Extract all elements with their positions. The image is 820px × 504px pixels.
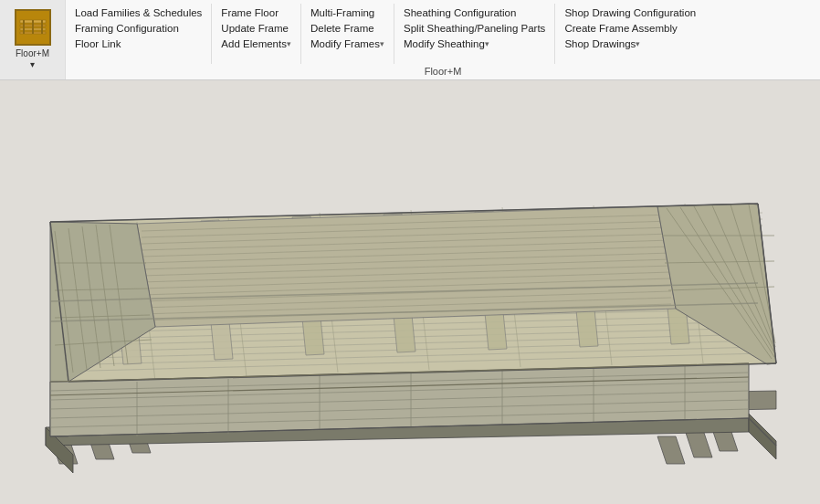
ribbon-section-2: Frame Floor Update Frame Add Elements: [212, 4, 301, 64]
svg-rect-6: [41, 20, 43, 34]
split-sheathing-button[interactable]: Split Sheathing/Paneling Parts: [400, 21, 549, 36]
frame-floor-button[interactable]: Frame Floor: [217, 5, 295, 20]
ribbon-sections: Load Families & Schedules Framing Config…: [66, 0, 820, 64]
svg-rect-4: [23, 20, 25, 34]
ribbon-tab-label: Floor+M: [66, 64, 820, 79]
ribbon-section-4: Sheathing Configuration Split Sheathing/…: [394, 4, 555, 64]
modify-sheathing-button[interactable]: Modify Sheathing: [400, 37, 549, 51]
ribbon-section-1: Load Families & Schedules Framing Config…: [66, 4, 212, 64]
sheathing-config-button[interactable]: Sheathing Configuration: [400, 5, 549, 20]
update-frame-button[interactable]: Update Frame: [217, 21, 295, 36]
create-frame-assembly-button[interactable]: Create Frame Assembly: [561, 21, 699, 36]
svg-rect-5: [32, 20, 34, 34]
viewport-3d[interactable]: [0, 80, 820, 504]
building-svg: [0, 80, 820, 504]
app-button[interactable]: Floor+M ▾: [0, 0, 66, 79]
app-label: Floor+M ▾: [16, 48, 49, 70]
multi-framing-button[interactable]: Multi-Framing: [307, 5, 388, 20]
app-icon: [15, 9, 51, 46]
shop-drawings-button[interactable]: Shop Drawings: [561, 37, 699, 51]
floor-link-button[interactable]: Floor Link: [71, 37, 205, 51]
ribbon-section-3: Multi-Framing Delete Frame Modify Frames: [301, 4, 394, 64]
modify-frames-button[interactable]: Modify Frames: [307, 37, 388, 51]
load-families-button[interactable]: Load Families & Schedules: [71, 5, 205, 20]
add-elements-button[interactable]: Add Elements: [217, 37, 295, 51]
ribbon-toolbar: Floor+M ▾ Load Families & Schedules Fram…: [0, 0, 820, 80]
framing-config-button[interactable]: Framing Configuration: [71, 21, 205, 36]
ribbon-section-5: Shop Drawing Configuration Create Frame …: [555, 4, 705, 64]
svg-marker-72: [137, 206, 676, 327]
shop-drawing-config-button[interactable]: Shop Drawing Configuration: [561, 5, 699, 20]
delete-frame-button[interactable]: Delete Frame: [307, 21, 388, 36]
